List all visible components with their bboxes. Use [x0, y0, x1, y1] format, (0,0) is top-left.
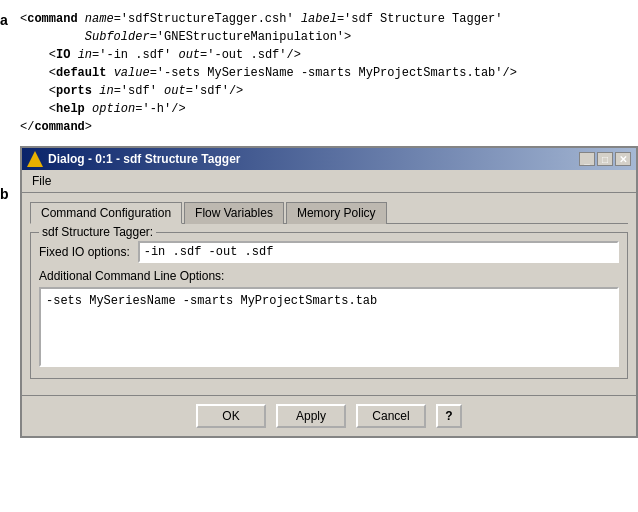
- fixed-io-label: Fixed IO options:: [39, 245, 130, 259]
- group-box-title: sdf Structure Tagger:: [39, 225, 156, 239]
- menu-bar: File: [22, 170, 636, 193]
- dialog-content: Command Configuration Flow Variables Mem…: [22, 193, 636, 395]
- tab-bar: Command Configuration Flow Variables Mem…: [30, 201, 628, 224]
- group-box: sdf Structure Tagger: Fixed IO options: …: [30, 232, 628, 379]
- section-b: b Dialog - 0:1 - sdf Structure Tagger _ …: [0, 146, 638, 448]
- fixed-io-row: Fixed IO options:: [39, 241, 619, 263]
- tab-command-configuration[interactable]: Command Configuration: [30, 202, 182, 224]
- title-bar-left: Dialog - 0:1 - sdf Structure Tagger: [27, 151, 240, 167]
- close-button[interactable]: ✕: [615, 152, 631, 166]
- code-line-2: Subfolder='GNEStructureManipulation'>: [20, 28, 628, 46]
- menu-file[interactable]: File: [27, 172, 56, 190]
- title-controls: _ □ ✕: [579, 152, 631, 166]
- code-line-4: <default value='-sets MySeriesName -smar…: [20, 64, 628, 82]
- dialog-window: Dialog - 0:1 - sdf Structure Tagger _ □ …: [20, 146, 638, 438]
- code-line-7: </command>: [20, 118, 628, 136]
- cancel-button[interactable]: Cancel: [356, 404, 426, 428]
- code-line-5: <ports in='sdf' out='sdf'/>: [20, 82, 628, 100]
- tab-flow-variables[interactable]: Flow Variables: [184, 202, 284, 224]
- dialog-icon: [27, 151, 43, 167]
- button-bar: OK Apply Cancel ?: [22, 395, 636, 436]
- minimize-button[interactable]: _: [579, 152, 595, 166]
- code-line-3: <IO in='-in .sdf' out='-out .sdf'/>: [20, 46, 628, 64]
- additional-label: Additional Command Line Options:: [39, 269, 619, 283]
- apply-button[interactable]: Apply: [276, 404, 346, 428]
- tab-memory-policy[interactable]: Memory Policy: [286, 202, 387, 224]
- code-line-1: <command name='sdfStructureTagger.csh' l…: [20, 10, 628, 28]
- title-bar: Dialog - 0:1 - sdf Structure Tagger _ □ …: [22, 148, 636, 170]
- code-block: <command name='sdfStructureTagger.csh' l…: [20, 10, 628, 136]
- code-line-6: <help option='-h'/>: [20, 100, 628, 118]
- ok-button[interactable]: OK: [196, 404, 266, 428]
- section-b-label: b: [0, 146, 20, 438]
- dialog-title: Dialog - 0:1 - sdf Structure Tagger: [48, 152, 240, 166]
- additional-options-textarea[interactable]: [39, 287, 619, 367]
- section-a: a <command name='sdfStructureTagger.csh'…: [0, 0, 638, 146]
- section-a-label: a: [0, 10, 20, 136]
- fixed-io-input[interactable]: [138, 241, 619, 263]
- maximize-button[interactable]: □: [597, 152, 613, 166]
- help-button[interactable]: ?: [436, 404, 462, 428]
